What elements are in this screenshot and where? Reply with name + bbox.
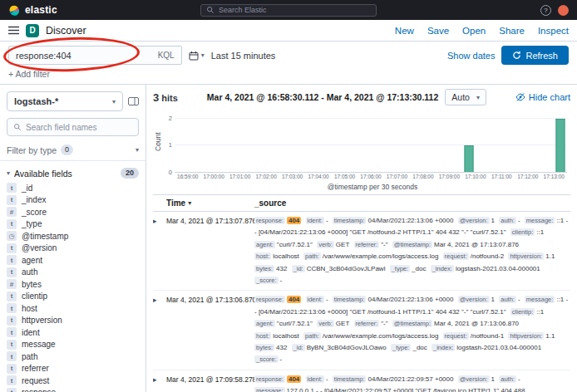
field-name-label: _type	[22, 219, 42, 228]
elastic-brand[interactable]: elastic	[8, 4, 125, 17]
field-list: t_idt_index#_scoret_type◷@timestampt@ver…	[7, 182, 139, 392]
hide-chart-button[interactable]: Hide chart	[515, 92, 570, 102]
chevron-down-icon: ▾	[112, 98, 116, 105]
field-item-_type[interactable]: t_type	[7, 218, 139, 231]
filter-by-type-button[interactable]: Filter by type 0 ▾	[7, 143, 139, 160]
histogram-bar[interactable]	[465, 145, 474, 172]
space-avatar[interactable]: D	[26, 24, 39, 37]
source-field-name: message:	[254, 387, 285, 392]
sort-descending-icon: ▾	[188, 199, 191, 207]
collapse-sidebar-icon[interactable]	[128, 96, 139, 106]
column-header-time[interactable]: Time ▾	[166, 198, 249, 208]
field-name-label: message	[22, 340, 56, 349]
doc-timestamp: Mar 4, 2021 @ 17:09:58.278	[166, 374, 249, 385]
source-field-value: ::1	[536, 228, 544, 236]
field-type-icon: t	[7, 316, 17, 326]
source-field-name: httpversion:	[508, 332, 544, 340]
expand-doc-icon[interactable]: ▸	[153, 294, 161, 306]
source-field-value: 1	[491, 375, 495, 383]
source-field-value: "curl/7.52.1"	[277, 320, 313, 327]
source-field-name: message:	[525, 296, 555, 303]
add-filter-button[interactable]: + Add filter	[8, 69, 50, 79]
source-field-name: @version:	[458, 217, 490, 224]
x-tick-label: 17:01:00	[229, 174, 250, 179]
field-item-referrer[interactable]: treferrer	[7, 363, 139, 375]
action-share[interactable]: Share	[499, 26, 525, 36]
source-field-name: path:	[303, 332, 321, 340]
field-search-input[interactable]: Search field names	[7, 118, 139, 136]
y-tick-label: 1	[169, 141, 172, 149]
global-search-input[interactable]: Search Elastic	[200, 4, 377, 17]
source-field-name: timestamp:	[333, 217, 367, 224]
refresh-button[interactable]: Refresh	[501, 46, 569, 65]
field-item-_id[interactable]: t_id	[7, 182, 139, 194]
x-tick-label: 17:00:00	[204, 174, 224, 179]
calendar-icon	[189, 51, 199, 61]
action-save[interactable]: Save	[427, 26, 449, 36]
time-range-button[interactable]: Last 15 minutes	[211, 51, 276, 61]
doc-source: response:404 ident:- timestamp:04/Mar/20…	[254, 374, 570, 392]
page-title: Discover	[46, 25, 86, 37]
field-type-icon: ◷	[7, 231, 17, 241]
field-item-clientip[interactable]: tclientip	[7, 291, 139, 303]
source-field-name: response:	[254, 375, 285, 383]
column-header-source[interactable]: _source	[254, 198, 286, 208]
action-open[interactable]: Open	[462, 26, 486, 36]
source-field-value: 127.0.0.1 - - [04/Mar/2021:22:09:57 +000…	[254, 387, 562, 392]
source-field-value: logstash-2021.03.04-000001	[456, 344, 541, 351]
field-name-label: request	[22, 376, 49, 385]
action-new[interactable]: New	[395, 26, 414, 36]
field-item-@timestamp[interactable]: ◷@timestamp	[7, 230, 139, 243]
field-item-agent[interactable]: tagent	[7, 254, 139, 267]
x-axis-label: @timestamp per 30 seconds	[175, 183, 570, 191]
field-item-_score[interactable]: #_score	[7, 206, 139, 218]
document-row: ▸Mar 4, 2021 @ 17:13:06.870response:404 …	[153, 291, 570, 370]
query-language-button[interactable]: KQL	[158, 51, 175, 60]
expand-doc-icon[interactable]: ▸	[153, 374, 161, 385]
field-item-httpversion[interactable]: thttpversion	[7, 315, 139, 327]
interval-select[interactable]: Auto ▾	[445, 89, 486, 105]
field-item-host[interactable]: thost	[7, 302, 139, 315]
histogram-chart: Count 210	[153, 111, 570, 173]
field-item-_index[interactable]: t_index	[7, 194, 139, 207]
source-field-value: /var/www/example.com/logs/access.log	[323, 332, 439, 340]
field-item-bytes[interactable]: #bytes	[7, 278, 139, 291]
available-fields-header[interactable]: ▾ Available fields 20	[7, 161, 139, 182]
field-type-icon: t	[7, 267, 17, 277]
date-picker-button[interactable]: ▾	[189, 51, 205, 61]
action-inspect[interactable]: Inspect	[538, 26, 569, 36]
source-field-value: 04/Mar/2021:22:09:57 +0000	[367, 375, 453, 383]
field-item-response[interactable]: tresponse	[7, 387, 139, 392]
source-field-value: "-"	[381, 320, 387, 327]
user-avatar[interactable]	[558, 5, 569, 16]
source-field-name: _score:	[254, 355, 279, 363]
x-axis-ticks: 16:59:0017:00:0017:01:0017:02:0017:03:00…	[175, 174, 567, 182]
y-axis-ticks: 210	[163, 111, 175, 173]
source-field-value: -	[280, 355, 283, 363]
expand-doc-icon[interactable]: ▸	[153, 215, 161, 227]
source-field-name: auth:	[499, 375, 516, 383]
field-item-@version[interactable]: t@version	[7, 243, 139, 255]
search-icon	[13, 123, 22, 131]
help-icon[interactable]: ?	[540, 5, 551, 16]
field-item-message[interactable]: tmessage	[7, 339, 139, 351]
hide-chart-label: Hide chart	[529, 92, 570, 102]
source-field-name: host:	[254, 252, 271, 260]
field-item-request[interactable]: trequest	[7, 375, 139, 387]
source-field-value: CCBN_3cB04dGovJLPawl	[307, 265, 386, 272]
source-field-name: _id:	[292, 344, 305, 351]
doc-timestamp: Mar 4, 2021 @ 17:13:06.870	[166, 294, 249, 306]
field-item-ident[interactable]: tident	[7, 326, 139, 339]
histogram-bar[interactable]	[556, 119, 565, 172]
hits-count: 3	[153, 91, 159, 104]
field-search-placeholder: Search field names	[26, 123, 97, 132]
query-input[interactable]: response:404 KQL	[8, 46, 182, 65]
time-column-label: Time	[166, 198, 185, 208]
menu-icon[interactable]	[8, 26, 19, 35]
document-row: ▸Mar 4, 2021 @ 17:13:07.876response:404 …	[153, 212, 570, 291]
kibana-discover-page: elastic Search Elastic ? D Discover NewS…	[0, 0, 577, 392]
index-pattern-select[interactable]: logstash-* ▾	[7, 91, 123, 111]
field-item-path[interactable]: tpath	[7, 350, 139, 363]
show-dates-button[interactable]: Show dates	[447, 51, 495, 61]
field-item-auth[interactable]: tauth	[7, 267, 139, 279]
